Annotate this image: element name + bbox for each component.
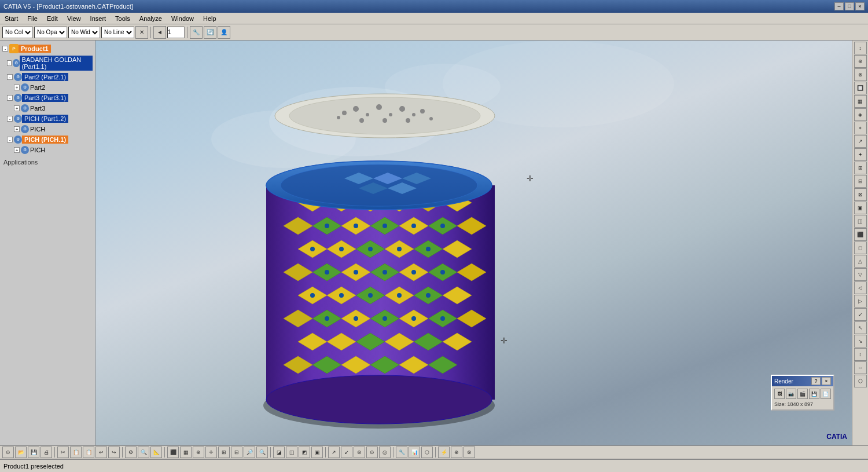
bottom-btn-16[interactable]: ✛ (205, 447, 217, 458)
right-btn-1[interactable]: ↕ (854, 42, 867, 54)
bottom-btn-30[interactable]: 🔧 (396, 447, 407, 458)
value-input-left[interactable]: ◄ (153, 26, 166, 39)
tree-item-pich-1[interactable]: - ⚙ PICH (Part1.2) (6, 114, 94, 124)
expand-part3[interactable]: + (14, 105, 20, 111)
right-btn-4[interactable]: 🔲 (854, 82, 867, 94)
render-icon-3[interactable]: 🎬 (797, 389, 808, 399)
bottom-btn-14[interactable]: ▦ (180, 447, 192, 458)
bottom-btn-25[interactable]: ↗ (328, 447, 340, 458)
toolbar-btn-1[interactable]: 🔧 (190, 26, 203, 39)
right-btn-23[interactable]: ↘ (854, 335, 867, 347)
right-btn-22[interactable]: ↖ (854, 321, 867, 334)
expand-pich-1[interactable]: - (7, 116, 13, 122)
right-btn-9[interactable]: ✦ (854, 148, 867, 161)
right-btn-3[interactable]: ⊗ (854, 68, 867, 81)
menu-edit[interactable]: Edit (42, 14, 62, 23)
bottom-btn-10[interactable]: ⚙ (125, 447, 137, 458)
3d-viewport[interactable]: ✛ ✛ Render ? × 🖼 📷 🎬 💾 📄 Size: 1840 x (95, 41, 852, 445)
tree-item-part3-1[interactable]: - ⚙ Part3 (Part3.1) (6, 93, 94, 103)
right-btn-24[interactable]: ↕ (854, 348, 867, 361)
bottom-btn-20[interactable]: 🔍 (256, 447, 268, 458)
right-btn-12[interactable]: ⊠ (854, 188, 867, 201)
x-button[interactable]: ✕ (135, 26, 148, 39)
bottom-btn-4[interactable]: 🖨 (41, 447, 52, 458)
bottom-btn-32[interactable]: ⬡ (421, 447, 433, 458)
tree-item-pich-sub1[interactable]: + ⚙ PICH (13, 124, 94, 134)
expand-pich-2[interactable]: - (7, 137, 13, 142)
right-btn-14[interactable]: ◫ (854, 215, 867, 228)
tree-item-part3[interactable]: + ⚙ Part3 (13, 103, 94, 114)
bottom-btn-35[interactable]: ⊗ (464, 447, 475, 458)
bottom-btn-2[interactable]: 📂 (15, 447, 27, 458)
bottom-btn-3[interactable]: 💾 (28, 447, 39, 458)
menu-insert[interactable]: Insert (86, 14, 111, 23)
bottom-btn-24[interactable]: ▣ (311, 447, 323, 458)
right-btn-11[interactable]: ⊟ (854, 175, 867, 188)
bottom-btn-22[interactable]: ◫ (286, 447, 297, 458)
render-icon-4[interactable]: 💾 (809, 389, 819, 399)
expand-part2-1[interactable]: - (7, 74, 13, 80)
window-controls[interactable]: – □ × (834, 2, 865, 10)
toolbar-btn-3[interactable]: 👤 (218, 26, 230, 39)
right-btn-5[interactable]: ▦ (854, 95, 867, 108)
right-btn-13[interactable]: ▣ (854, 202, 867, 214)
bottom-btn-27[interactable]: ⊛ (354, 447, 365, 458)
right-btn-17[interactable]: △ (854, 255, 867, 268)
expand-part2[interactable]: + (14, 85, 20, 90)
right-btn-20[interactable]: ▷ (854, 295, 867, 308)
bottom-btn-11[interactable]: 🔍 (138, 447, 149, 458)
menu-file[interactable]: File (23, 14, 42, 23)
tree-item-pich-2[interactable]: - ⚙ PICH (PICH.1) (6, 134, 94, 145)
right-btn-6[interactable]: ◈ (854, 108, 867, 121)
tree-item-badaneh[interactable]: - ⚙ BADANEH GOLDAN (Part1.1) (6, 54, 94, 72)
toolbar-btn-2[interactable]: 🔄 (204, 26, 216, 39)
render-close-button[interactable]: × (822, 377, 831, 385)
color-select[interactable]: No Col (2, 27, 33, 38)
opacity-select[interactable]: No Opa (34, 27, 67, 38)
bottom-btn-12[interactable]: 📐 (150, 447, 162, 458)
expand-badaneh[interactable]: - (7, 60, 12, 66)
bottom-btn-17[interactable]: ⊞ (218, 447, 230, 458)
bottom-btn-18[interactable]: ⊟ (231, 447, 242, 458)
bottom-btn-5[interactable]: ✂ (57, 447, 69, 458)
tree-item-pich-sub2[interactable]: + ⚙ PICH (13, 145, 94, 155)
bottom-btn-9[interactable]: ↪ (108, 447, 120, 458)
width-select[interactable]: No Wid (68, 27, 100, 38)
right-btn-8[interactable]: ↗ (854, 135, 867, 148)
menu-view[interactable]: View (62, 14, 86, 23)
expand-part3-1[interactable]: - (7, 95, 13, 101)
bottom-btn-15[interactable]: ⊕ (193, 447, 204, 458)
render-help-button[interactable]: ? (811, 377, 821, 385)
expand-product1[interactable]: - (2, 46, 8, 52)
menu-window[interactable]: Window (167, 14, 198, 23)
right-btn-16[interactable]: ◻ (854, 242, 867, 254)
close-button[interactable]: × (855, 2, 865, 10)
bottom-btn-1[interactable]: ⊙ (2, 447, 14, 458)
menu-start[interactable]: Start (0, 14, 23, 23)
bottom-btn-31[interactable]: 📊 (409, 447, 420, 458)
right-btn-10[interactable]: ⊞ (854, 162, 867, 174)
render-icon-5[interactable]: 📄 (821, 389, 831, 399)
value-input[interactable] (167, 27, 185, 38)
expand-pich-sub2[interactable]: + (14, 147, 20, 153)
bottom-btn-33[interactable]: ⚡ (438, 447, 450, 458)
right-btn-26[interactable]: ⬡ (854, 375, 867, 387)
tree-item-part2-1[interactable]: - ⚙ Part2 (Part2.1) (6, 72, 94, 82)
menu-analyze[interactable]: Analyze (135, 14, 167, 23)
right-btn-19[interactable]: ◁ (854, 281, 867, 294)
right-btn-2[interactable]: ⊕ (854, 55, 867, 68)
bottom-btn-8[interactable]: ↩ (95, 447, 107, 458)
render-icon-2[interactable]: 📷 (786, 389, 796, 399)
bottom-btn-26[interactable]: ↙ (341, 447, 352, 458)
tree-item-part2[interactable]: + ⚙ Part2 (13, 82, 94, 93)
right-btn-7[interactable]: ⌖ (854, 122, 867, 134)
right-btn-15[interactable]: ⬛ (854, 228, 867, 241)
bottom-btn-21[interactable]: ◪ (273, 447, 285, 458)
bottom-btn-34[interactable]: ⊕ (451, 447, 462, 458)
tree-item-product1[interactable]: - P Product1 (1, 43, 94, 54)
right-btn-21[interactable]: ↙ (854, 308, 867, 321)
maximize-button[interactable]: □ (845, 2, 854, 10)
bottom-btn-23[interactable]: ◩ (299, 447, 310, 458)
right-btn-25[interactable]: ↔ (854, 361, 867, 374)
bottom-btn-28[interactable]: ⊙ (366, 447, 378, 458)
